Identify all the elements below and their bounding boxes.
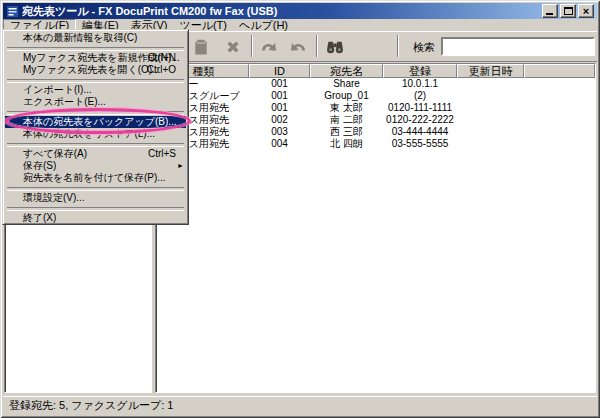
menu-separator (5, 140, 186, 148)
cell-registration: 10.0.1.1 (383, 78, 457, 90)
cell-registration: (2) (383, 90, 457, 102)
table-row[interactable]: ファクス用宛先 002 南 二郎 0120-222-2222 (156, 114, 595, 126)
redo-button[interactable] (284, 34, 312, 59)
menu-item-import[interactable]: インポート(I)... (5, 84, 186, 96)
cell-updated (457, 126, 524, 138)
menu-item-new-myfax-addressbook[interactable]: Myファクス宛先表を新規作成(N)... Ctrl+N (5, 52, 186, 64)
find-icon (324, 37, 346, 57)
menu-item-preferences[interactable]: 環境設定(V)... (5, 192, 186, 204)
cell-name: 東 太郎 (310, 102, 383, 114)
redo-icon (287, 37, 309, 57)
menu-item-exit[interactable]: 終了(X) (5, 212, 186, 224)
cell-name: Group_01 (310, 90, 383, 102)
cell-registration: 03-555-5555 (383, 138, 457, 150)
column-header-updated[interactable]: 更新日時 (457, 64, 524, 78)
menu-item-shortcut: Ctrl+S (148, 148, 176, 160)
menu-item-backup-device-addressbook[interactable]: 本体の宛先表をバックアップ(B)... (5, 116, 186, 128)
column-header-name[interactable]: 宛先名 (310, 64, 383, 78)
menu-item-open-myfax-addressbook[interactable]: Myファクス宛先表を開く(O)... Ctrl+O (5, 64, 186, 76)
cell-registration: 03-444-4444 (383, 126, 457, 138)
cell-updated (457, 90, 524, 102)
toolbar-separator (397, 35, 399, 57)
cell-name: 南 二郎 (310, 114, 383, 126)
cell-id: 001 (249, 90, 310, 102)
window-controls: × (542, 4, 594, 18)
menu-item-label: 環境設定(V)... (23, 192, 85, 203)
menu-item-shortcut: Ctrl+O (147, 64, 176, 76)
cell-id: 001 (249, 102, 310, 114)
close-button[interactable]: × (578, 4, 594, 18)
title-bar[interactable]: 宛先表ツール - FX DocuPrint CM200 fw Fax (USB)… (3, 3, 597, 19)
cell-updated (457, 138, 524, 150)
table-row[interactable]: ファクスグループ 001 Group_01 (2) (156, 90, 595, 102)
paste-icon (191, 37, 211, 57)
cell-id: 002 (249, 114, 310, 126)
find-button[interactable] (321, 34, 349, 59)
menu-item-export[interactable]: エクスポート(E)... (5, 96, 186, 108)
delete-icon (223, 37, 243, 57)
menu-item-label: 保存(S) (23, 160, 56, 171)
menu-item-label: すべて保存(A) (23, 148, 87, 159)
minimize-button[interactable] (542, 4, 558, 18)
column-header-registration[interactable]: 登録 (383, 64, 457, 78)
cell-updated (457, 78, 524, 90)
toolbar-separator (316, 35, 318, 57)
window-title: 宛先表ツール - FX DocuPrint CM200 fw Fax (USB) (22, 4, 542, 19)
search-input[interactable] (441, 37, 595, 56)
menu-separator (5, 108, 186, 116)
column-header-id[interactable]: ID (249, 64, 310, 78)
menu-item-label: インポート(I)... (23, 84, 92, 95)
paste-button[interactable] (187, 34, 215, 59)
app-icon (6, 5, 19, 18)
toolbar-separator (251, 35, 253, 57)
maximize-icon (564, 7, 573, 15)
delete-button[interactable] (219, 34, 247, 59)
menu-separator (5, 204, 186, 212)
search-label: 検索 (413, 40, 435, 55)
close-icon: × (583, 6, 589, 16)
menu-item-save-all[interactable]: すべて保存(A) Ctrl+S (5, 148, 186, 160)
list-header: 種類 ID 宛先名 登録 更新日時 (156, 64, 595, 78)
maximize-button[interactable] (560, 4, 576, 18)
status-bar: 登録宛先: 5, ファクスグループ: 1 (3, 396, 597, 415)
menu-separator (5, 76, 186, 84)
menu-item-get-latest-info[interactable]: 本体の最新情報を取得(C) (5, 32, 186, 44)
menu-item-label: Myファクス宛先表を開く(O)... (23, 64, 161, 75)
table-row[interactable]: ファクス用宛先 001 東 太郎 0120-111-1111 (156, 102, 595, 114)
cell-updated (457, 102, 524, 114)
menu-item-save[interactable]: 保存(S) ► (5, 160, 186, 172)
table-row[interactable]: ファクス用宛先 004 北 四朗 03-555-5555 (156, 138, 595, 150)
menu-help[interactable]: ヘルプ(H) (233, 19, 294, 31)
status-text: 登録宛先: 5, ファクスグループ: 1 (9, 398, 173, 413)
submenu-arrow-icon: ► (177, 160, 184, 172)
menu-separator (5, 44, 186, 52)
table-row[interactable]: ファクス用宛先 003 西 三郎 03-444-4444 (156, 126, 595, 138)
menu-item-restore-device-addressbook[interactable]: 本体の宛先表をリストア(L)... (5, 128, 186, 140)
menu-item-shortcut: Ctrl+N (147, 52, 176, 64)
menu-item-save-as[interactable]: 宛先表を名前を付けて保存(P)... (5, 172, 186, 184)
menu-item-label: 本体の宛先表をリストア(L)... (23, 128, 155, 139)
app-window: 宛先表ツール - FX DocuPrint CM200 fw Fax (USB)… (0, 0, 600, 418)
menu-item-label: エクスポート(E)... (23, 96, 106, 107)
table-row[interactable]: サーバー 001 Share 10.0.1.1 (156, 78, 595, 90)
cell-name: Share (310, 78, 383, 90)
menu-item-label: 終了(X) (23, 212, 56, 223)
cell-id: 001 (249, 78, 310, 90)
minimize-icon (546, 13, 553, 15)
column-header-blank[interactable] (524, 64, 595, 78)
menu-item-label: 本体の最新情報を取得(C) (23, 32, 137, 43)
menu-item-label: 宛先表を名前を付けて保存(P)... (23, 172, 166, 183)
cell-name: 北 四朗 (310, 138, 383, 150)
cell-id: 004 (249, 138, 310, 150)
undo-icon (258, 37, 280, 57)
address-list-panel: 種類 ID 宛先名 登録 更新日時 サーバー 001 Share 10.0.1.… (155, 63, 596, 393)
menu-item-label: 本体の宛先表をバックアップ(B)... (23, 116, 177, 127)
cell-name: 西 三郎 (310, 126, 383, 138)
file-menu-popup: 本体の最新情報を取得(C) Myファクス宛先表を新規作成(N)... Ctrl+… (2, 29, 189, 225)
cell-registration: 0120-111-1111 (383, 102, 457, 114)
cell-registration: 0120-222-2222 (383, 114, 457, 126)
cell-updated (457, 114, 524, 126)
menu-separator (5, 184, 186, 192)
undo-button[interactable] (255, 34, 283, 59)
cell-id: 003 (249, 126, 310, 138)
